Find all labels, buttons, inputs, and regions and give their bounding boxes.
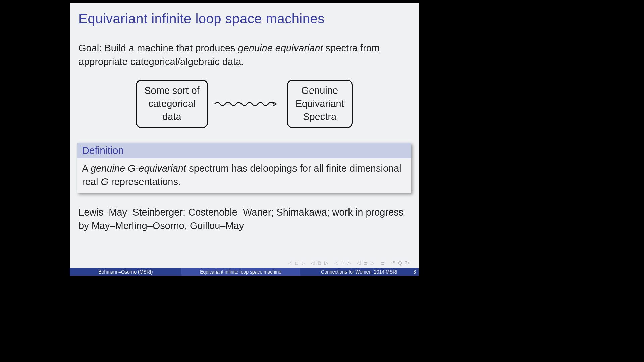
goal-text: Goal: Build a machine that produces genu… [78, 41, 410, 68]
nav-backforward-icon[interactable]: ↺ Q ↻ [391, 260, 410, 266]
footer-venue-label: Connections for Women, 2014 MSRI [321, 269, 397, 275]
footer-venue: Connections for Women, 2014 MSRI 3 [300, 268, 419, 276]
definition-post: representations. [108, 176, 181, 187]
references-text: Lewis–May–Steinberger; Costenoble–Waner;… [78, 205, 410, 233]
squiggly-arrow-icon [214, 100, 281, 108]
goal-emph: genuine equivariant [238, 43, 323, 53]
slide-title: Equivariant infinite loop space machines [78, 11, 410, 26]
definition-block: Definition A genuine G-equivariant spect… [77, 143, 411, 193]
diagram: Some sort ofcategoricaldata GenuineEquiv… [78, 80, 410, 128]
definition-body: A genuine G-equivariant spectrum has del… [77, 158, 411, 193]
footer-page-number: 3 [413, 268, 416, 276]
diagram-left-box: Some sort ofcategoricaldata [136, 80, 208, 128]
slide-content: Equivariant infinite loop space machines… [70, 3, 419, 233]
goal-pre: Build a machine that produces [102, 43, 238, 53]
definition-pre: A [82, 163, 91, 174]
definition-g: G [101, 176, 108, 187]
footer-title: Equivariant infinite loop space machine [181, 268, 300, 276]
nav-subsection-icon[interactable]: ◁ ⧉ ▷ [311, 260, 329, 266]
definition-emph: genuine G-equivariant [91, 163, 186, 174]
slide: Equivariant infinite loop space machines… [70, 3, 419, 276]
definition-heading: Definition [77, 143, 411, 158]
beamer-nav-symbols[interactable]: ◁ □ ▷ ◁ ⧉ ▷ ◁ ≡ ▷ ◁ ≣ ▷ ≣ ↺ Q ↻ [288, 260, 410, 266]
nav-section-icon[interactable]: ◁ ≡ ▷ [334, 260, 352, 266]
footer-bar: Bohmann–Osorno (MSRI) Equivariant infini… [70, 268, 419, 276]
diagram-right-box: GenuineEquivariantSpectra [287, 80, 353, 128]
nav-doc-icon[interactable]: ◁ ≣ ▷ [357, 260, 375, 266]
nav-frame-icon[interactable]: ◁ □ ▷ [288, 260, 306, 266]
footer-author: Bohmann–Osorno (MSRI) [70, 268, 181, 276]
goal-label: Goal: [78, 43, 102, 53]
nav-doc2-icon[interactable]: ≣ [381, 260, 386, 266]
